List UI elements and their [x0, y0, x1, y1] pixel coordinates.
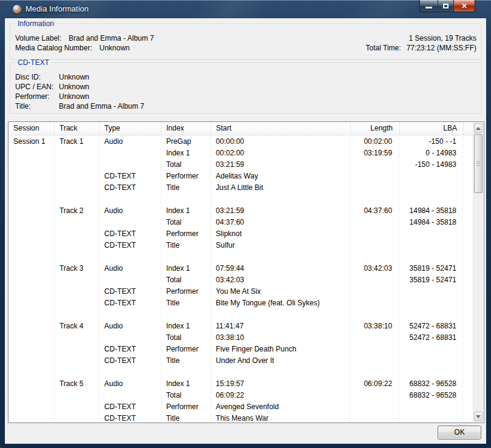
column-header-lba[interactable]: LBA: [400, 122, 464, 135]
table-row[interactable]: Total 03:38:10 52472 - 68831: [8, 332, 473, 344]
cell-track: Track 1: [55, 136, 100, 148]
disc-id-label: Disc ID:: [15, 72, 59, 82]
cell-type: [100, 251, 161, 263]
cell-session: [8, 251, 55, 263]
cell-type: CD-TEXT: [100, 171, 161, 182]
table-row[interactable]: Track 4 Audio Index 1 11:41:47 03:38:10 …: [8, 321, 473, 332]
scrollbar-thumb[interactable]: [474, 134, 483, 193]
cell-track: [55, 413, 100, 423]
cell-index: Title: [161, 182, 211, 194]
column-header-start[interactable]: Start: [211, 122, 351, 135]
cell-start: 07:59:44: [211, 263, 351, 274]
media-catalog-number-value: Unknown: [100, 44, 130, 52]
cell-type: [100, 367, 161, 378]
table-row[interactable]: [8, 194, 473, 205]
column-header-track[interactable]: Track: [55, 122, 100, 135]
cell-length: [350, 344, 399, 355]
cell-length: [350, 367, 399, 378]
cell-session: [8, 240, 55, 251]
cell-start: Adelitas Way: [211, 171, 351, 182]
upc-ean-row: UPC / EAN:Unknown: [15, 82, 144, 92]
cell-session: [8, 171, 55, 182]
ok-button[interactable]: OK: [438, 426, 481, 440]
scroll-down-button[interactable]: [474, 412, 483, 421]
cell-lba: [399, 286, 463, 297]
cdtext-group-label: CD-TEXT: [15, 58, 52, 67]
cell-start: 15:19:57: [211, 378, 351, 390]
minimize-button[interactable]: [419, 0, 438, 12]
cell-track: [55, 297, 100, 309]
cell-start: 06:09:22: [211, 390, 351, 401]
table-row[interactable]: [8, 251, 473, 263]
disc-icon: [13, 5, 21, 13]
table-row[interactable]: CD-TEXT Performer Avenged Sevenfold: [8, 401, 473, 413]
close-button[interactable]: ✕: [453, 0, 475, 12]
table-row[interactable]: CD-TEXT Performer Five Finger Death Punc…: [8, 344, 473, 355]
cell-length: [350, 217, 399, 228]
table-row[interactable]: CD-TEXT Title Sulfur: [8, 240, 473, 251]
cell-length: [350, 171, 399, 182]
cell-type: CD-TEXT: [100, 286, 161, 297]
performer-value: Unknown: [59, 92, 89, 101]
table-row[interactable]: Total 06:09:22 68832 - 96528: [8, 390, 473, 401]
cell-length: [350, 309, 399, 321]
cell-type: Audio: [100, 136, 161, 148]
cell-lba: -150 - -1: [399, 136, 463, 148]
cell-start: [211, 367, 351, 378]
column-header-index[interactable]: Index: [161, 122, 211, 135]
cell-type: [100, 390, 161, 401]
table-row[interactable]: Total 03:42:03 35819 - 52471: [8, 274, 473, 286]
close-icon: ✕: [461, 2, 467, 10]
cell-index: Total: [161, 390, 211, 401]
table-row[interactable]: Session 1 Track 1 Audio PreGap 00:00:00 …: [8, 136, 473, 148]
vertical-scrollbar[interactable]: [473, 123, 483, 422]
cell-start: This Means War: [211, 413, 351, 423]
maximize-button[interactable]: [438, 0, 453, 12]
table-row[interactable]: Track 5 Audio Index 1 15:19:57 06:09:22 …: [8, 378, 473, 390]
table-row[interactable]: Total 04:37:60 14984 - 35818: [8, 217, 473, 228]
cell-start: Just A Little Bit: [211, 182, 351, 194]
cell-length: 03:19:59: [350, 148, 399, 159]
column-header-type[interactable]: Type: [100, 122, 161, 135]
cell-track: [55, 367, 100, 378]
cell-track: [55, 182, 100, 194]
dialog-client-area: Information Volume Label:Brad and Emma -…: [5, 18, 486, 444]
cell-session: [8, 228, 55, 240]
cell-lba: 52472 - 68831: [399, 332, 463, 344]
cell-length: [350, 240, 399, 251]
table-row[interactable]: CD-TEXT Performer Slipknot: [8, 228, 473, 240]
table-row[interactable]: Track 3 Audio Index 1 07:59:44 03:42:03 …: [8, 263, 473, 274]
cell-index: Title: [161, 240, 211, 251]
column-header-session[interactable]: Session: [8, 122, 55, 135]
cell-length: 04:37:60: [350, 205, 399, 217]
cell-track: [55, 171, 100, 182]
titlebar[interactable]: Media Information: [0, 0, 491, 18]
column-header-length[interactable]: Length: [351, 122, 400, 135]
table-row[interactable]: [8, 367, 473, 378]
cell-type: Audio: [100, 321, 161, 332]
table-row[interactable]: CD-TEXT Title Just A Little Bit: [8, 182, 473, 194]
cell-lba: [399, 355, 463, 367]
total-time-label: Total Time:: [366, 44, 401, 52]
cell-session: [8, 148, 55, 159]
cell-session: [8, 355, 55, 367]
scroll-up-button[interactable]: [474, 123, 483, 133]
table-row[interactable]: Track 2 Audio Index 1 03:21:59 04:37:60 …: [8, 205, 473, 217]
information-group-label: Information: [15, 19, 56, 29]
cell-index: [161, 194, 211, 205]
cell-index: Index 1: [161, 378, 211, 390]
table-row[interactable]: Index 1 00:02:00 03:19:59 0 - 14983: [8, 148, 473, 159]
table-row[interactable]: CD-TEXT Title Under And Over It: [8, 355, 473, 367]
session-track-count: 1 Session, 19 Tracks: [366, 33, 476, 43]
table-row[interactable]: CD-TEXT Performer You Me At Six: [8, 286, 473, 297]
table-row[interactable]: Total 03:21:59 -150 - 14983: [8, 159, 473, 171]
table-row[interactable]: CD-TEXT Performer Adelitas Way: [8, 171, 473, 182]
cell-session: [8, 217, 55, 228]
cell-index: Total: [161, 159, 211, 171]
table-row[interactable]: [8, 309, 473, 321]
table-row[interactable]: CD-TEXT Title This Means War: [8, 413, 473, 423]
cell-type: CD-TEXT: [100, 401, 161, 413]
cell-session: [8, 274, 55, 286]
table-row[interactable]: CD-TEXT Title Bite My Tongue (feat. Oli …: [8, 297, 473, 309]
cell-lba: 52472 - 68831: [399, 321, 463, 332]
